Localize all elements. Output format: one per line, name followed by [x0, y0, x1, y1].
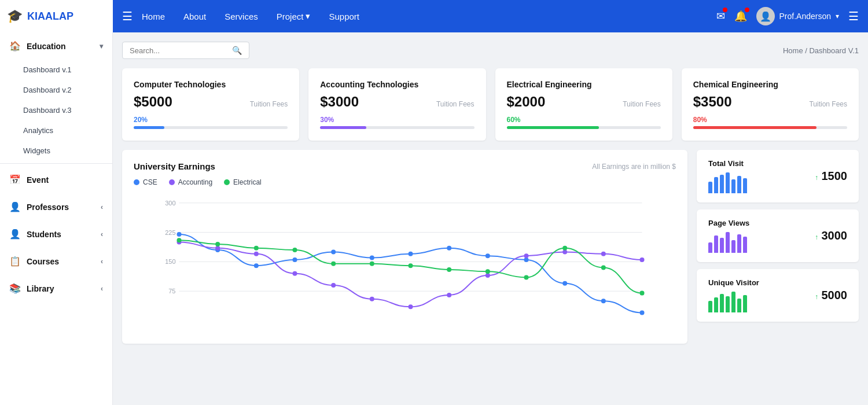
- svg-point-10: [254, 263, 259, 268]
- legend-dot: [169, 179, 175, 185]
- nav-services[interactable]: Services: [225, 12, 258, 21]
- sidebar-item-education[interactable]: 🏠 Education ▾: [0, 32, 112, 60]
- sidebar-item-widgets[interactable]: Widgets: [0, 141, 112, 161]
- search-row: 🔍 Home / Dashboard V.1: [122, 42, 859, 59]
- home-icon: 🏠: [9, 41, 21, 51]
- user-chevron-icon: ▾: [836, 12, 839, 20]
- progress-bar-bg: [507, 126, 661, 129]
- sidebar-item-analytics[interactable]: Analytics: [0, 120, 112, 141]
- card-label: Tuition Fees: [250, 100, 288, 108]
- svg-point-30: [524, 253, 529, 258]
- library-icon: 📚: [9, 283, 21, 294]
- sidebar-item-students[interactable]: 👤 Students ‹: [0, 220, 112, 248]
- svg-point-44: [562, 246, 567, 251]
- svg-point-25: [331, 283, 336, 288]
- logo-icon: 🎓: [7, 9, 23, 24]
- card-amount-row: $2000 Tuition Fees: [507, 94, 661, 110]
- bell-badge: [745, 8, 749, 12]
- topnav-menu-icon[interactable]: ☰: [848, 9, 859, 23]
- svg-point-33: [640, 257, 645, 262]
- svg-point-36: [254, 246, 259, 251]
- nav-project[interactable]: Project ▾: [277, 11, 311, 21]
- stat-widget-page-views: Page Views ↑ 3000: [697, 209, 859, 262]
- stat-card-3: Chemical Engineering $3500 Tuition Fees …: [682, 68, 859, 141]
- chevron-left-icon2: ‹: [101, 230, 103, 238]
- main-content: 🔍 Home / Dashboard V.1 Computer Technolo…: [113, 32, 868, 405]
- nav-links: Home About Services Project ▾ Support: [142, 11, 716, 21]
- nav-about[interactable]: About: [183, 12, 206, 21]
- card-title: Accounting Technologies: [320, 80, 474, 89]
- nav-support[interactable]: Support: [329, 12, 359, 21]
- svg-point-24: [293, 271, 297, 276]
- chevron-down-icon: ▾: [306, 11, 310, 21]
- logo-area[interactable]: 🎓 KIAALAP: [0, 0, 113, 32]
- bar: [720, 175, 724, 193]
- card-label: Tuition Fees: [436, 100, 475, 108]
- sidebar: 🏠 Education ▾ Dashboard v.1 Dashboard v.…: [0, 32, 113, 405]
- svg-point-19: [601, 299, 606, 303]
- svg-point-12: [331, 249, 336, 254]
- search-box[interactable]: 🔍: [122, 42, 249, 59]
- sidebar-label-library: Library: [27, 284, 54, 293]
- divider: [0, 163, 112, 164]
- widget-bars: [708, 232, 749, 253]
- card-amount: $3500: [693, 94, 732, 110]
- courses-icon: 📋: [9, 256, 21, 267]
- bar: [726, 172, 730, 193]
- user-area[interactable]: 👤 Prof.Anderson ▾: [756, 7, 840, 25]
- bar: [720, 294, 724, 312]
- sidebar-item-courses[interactable]: 📋 Courses ‹: [0, 248, 112, 275]
- widget-left: Page Views: [708, 219, 749, 253]
- widget-title: Total Visit: [708, 159, 747, 168]
- sidebar-item-event[interactable]: 📅 Event: [0, 166, 112, 193]
- widget-left: Unique Visitor: [708, 278, 759, 312]
- card-title: Chemical Engineering: [693, 80, 847, 89]
- svg-text:300: 300: [165, 200, 175, 207]
- stat-card-0: Computer Technologies $5000 Tuition Fees…: [122, 68, 299, 141]
- progress-bar-bg: [134, 126, 288, 129]
- chart-subtitle: All Earnings are in million $: [592, 163, 676, 171]
- sidebar-label-courses: Courses: [27, 257, 59, 266]
- bar: [714, 235, 718, 253]
- sidebar-item-library[interactable]: 📚 Library ‹: [0, 275, 112, 302]
- legend-dot: [134, 179, 139, 185]
- avatar: 👤: [756, 7, 775, 25]
- widget-bars: [708, 172, 747, 193]
- bell-button[interactable]: 🔔: [734, 10, 747, 23]
- arrow-icon: ↑: [815, 174, 818, 182]
- sidebar-label-event: Event: [27, 175, 49, 185]
- svg-point-45: [601, 266, 606, 270]
- bar: [731, 240, 735, 253]
- svg-text:225: 225: [165, 229, 175, 236]
- bar: [737, 299, 741, 312]
- chart-legend: CSEAccountingElectrical: [134, 178, 676, 186]
- progress-bar-fill: [134, 126, 164, 129]
- username: Prof.Anderson: [779, 12, 832, 21]
- card-amount: $3000: [320, 94, 359, 110]
- sidebar-label-students: Students: [27, 230, 61, 239]
- widget-title: Unique Visitor: [708, 278, 759, 287]
- progress-pct: 80%: [693, 116, 847, 124]
- card-amount-row: $5000 Tuition Fees: [134, 94, 288, 110]
- sidebar-item-dashboard-v2[interactable]: Dashboard v.2: [0, 80, 112, 100]
- card-amount: $2000: [507, 94, 546, 110]
- search-input[interactable]: [130, 46, 227, 55]
- hamburger-icon[interactable]: ☰: [122, 9, 133, 23]
- search-icon[interactable]: 🔍: [232, 46, 242, 55]
- svg-point-39: [370, 262, 374, 266]
- svg-point-14: [409, 252, 413, 256]
- bar: [743, 237, 747, 253]
- mail-button[interactable]: ✉: [716, 10, 725, 23]
- bar: [720, 238, 724, 253]
- topnav: 🎓 KIAALAP ☰ Home About Services Project …: [0, 0, 868, 32]
- sidebar-item-dashboard-v3[interactable]: Dashboard v.3: [0, 100, 112, 120]
- svg-point-46: [640, 291, 645, 296]
- nav-home[interactable]: Home: [142, 12, 165, 21]
- svg-point-8: [177, 232, 182, 237]
- sidebar-label-professors: Professors: [27, 203, 69, 212]
- svg-point-18: [562, 281, 567, 286]
- mail-icon: ✉: [716, 10, 725, 22]
- progress-bar-fill: [320, 126, 366, 129]
- sidebar-item-professors[interactable]: 👤 Professors ‹: [0, 193, 112, 220]
- sidebar-item-dashboard-v1[interactable]: Dashboard v.1: [0, 60, 112, 80]
